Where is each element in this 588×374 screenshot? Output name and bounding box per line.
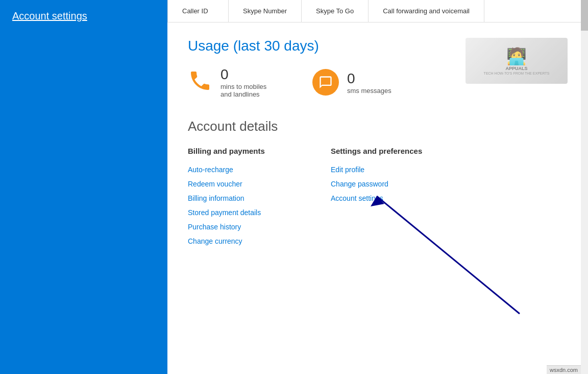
scrollbar[interactable] xyxy=(581,0,588,374)
sms-stat-number: 0 xyxy=(347,71,391,87)
watermark-appuals-label: APPUALS xyxy=(505,66,527,72)
change-password-link[interactable]: Change password xyxy=(331,178,433,190)
account-details-section: Account details Billing and payments Aut… xyxy=(188,119,568,247)
phone-icon xyxy=(188,68,212,97)
wsxdn-badge: wsxdn.com xyxy=(547,365,581,374)
tab-call-forwarding[interactable]: Call forwarding and voicemail xyxy=(369,0,484,22)
content-area: Usage (last 30 days) 🧑‍💻 APPUALS TECH HO… xyxy=(167,22,588,374)
main-content: Caller ID Skype Number Skype To Go Call … xyxy=(167,0,588,374)
tab-skype-number[interactable]: Skype Number xyxy=(229,0,302,22)
tabs-row: Caller ID Skype Number Skype To Go Call … xyxy=(167,0,588,22)
edit-profile-link[interactable]: Edit profile xyxy=(331,163,433,176)
scrollbar-thumb[interactable] xyxy=(581,0,588,31)
purchase-history-link[interactable]: Purchase history xyxy=(188,221,290,233)
sidebar: Account settings xyxy=(0,0,167,374)
usage-section: Usage (last 30 days) 🧑‍💻 APPUALS TECH HO… xyxy=(188,38,568,98)
stored-payment-link[interactable]: Stored payment details xyxy=(188,206,290,219)
watermark-figure: 🧑‍💻 xyxy=(506,46,527,66)
account-settings-link[interactable]: Account settings xyxy=(331,192,433,204)
tab-skype-to-go[interactable]: Skype To Go xyxy=(302,0,369,22)
change-currency-link[interactable]: Change currency xyxy=(188,235,290,247)
tab-caller-id[interactable]: Caller ID xyxy=(167,0,229,22)
auto-recharge-link[interactable]: Auto-recharge xyxy=(188,163,290,176)
details-columns: Billing and payments Auto-recharge Redee… xyxy=(188,147,568,247)
phone-stat-number: 0 xyxy=(220,66,272,83)
account-details-title: Account details xyxy=(188,119,568,134)
settings-heading: Settings and preferences xyxy=(331,147,433,155)
billing-column: Billing and payments Auto-recharge Redee… xyxy=(188,147,290,247)
sidebar-account-settings-link[interactable]: Account settings xyxy=(12,10,87,21)
watermark: 🧑‍💻 APPUALS TECH HOW-TO'S FROM THE EXPER… xyxy=(465,38,568,84)
billing-heading: Billing and payments xyxy=(188,147,290,155)
settings-column: Settings and preferences Edit profile Ch… xyxy=(331,147,433,247)
billing-information-link[interactable]: Billing information xyxy=(188,192,290,204)
phone-stat-text: 0 mins to mobiles and landlines xyxy=(220,66,272,98)
sms-icon xyxy=(312,69,339,96)
watermark-sublabel: TECH HOW-TO'S FROM THE EXPERTS xyxy=(484,72,550,75)
phone-stat: 0 mins to mobiles and landlines xyxy=(188,66,272,98)
sms-stat: 0 sms messages xyxy=(312,69,391,96)
phone-stat-label: mins to mobiles and landlines xyxy=(220,83,272,98)
sms-stat-label: sms messages xyxy=(347,87,391,95)
sms-stat-text: 0 sms messages xyxy=(347,71,391,95)
redeem-voucher-link[interactable]: Redeem voucher xyxy=(188,178,290,190)
